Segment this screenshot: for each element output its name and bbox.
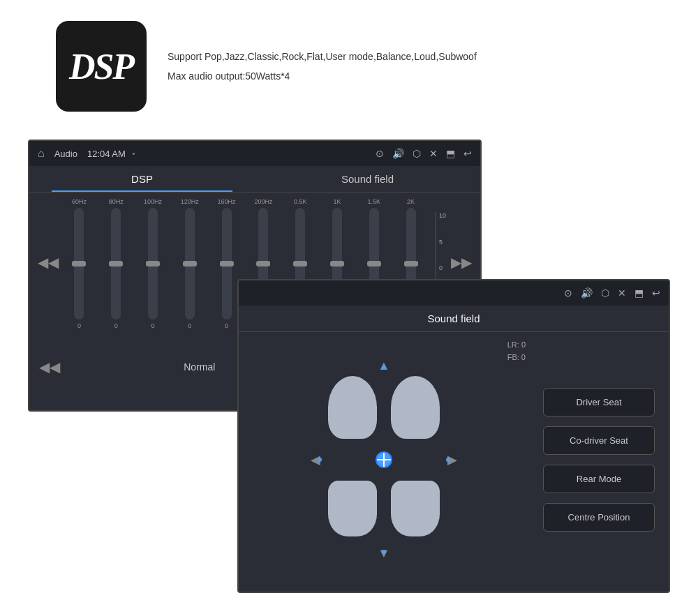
- dsp-header-section: DSP Support Pop,Jazz,Classic,Rock,Flat,U…: [56, 21, 477, 112]
- eq-slider-track-3[interactable]: [185, 208, 195, 320]
- status-bar: ⌂ Audio 12:04 AM • ⊙ 🔊 ⬡ ✕ ⬒ ↩: [29, 141, 480, 166]
- seat-rear-left: [328, 481, 377, 536]
- sf-location-icon[interactable]: ⊙: [564, 287, 572, 299]
- sf-screen-icon[interactable]: ⬒: [634, 287, 644, 299]
- dsp-desc-line1: Support Pop,Jazz,Classic,Rock,Flat,User …: [168, 47, 477, 66]
- eq-slider-thumb-3: [183, 261, 197, 266]
- eq-value-label-3: 0: [188, 322, 191, 329]
- eq-slider-thumb-5: [256, 261, 270, 266]
- eq-slider-track-0[interactable]: [74, 208, 84, 320]
- dot-bottom: [382, 550, 386, 554]
- dsp-logo-box: DSP: [56, 21, 147, 112]
- tab-sound-field[interactable]: Sound field: [255, 166, 480, 192]
- eq-slider-track-1[interactable]: [111, 208, 121, 320]
- dot-right: [446, 458, 450, 462]
- eq-slider-thumb-1: [109, 261, 123, 266]
- car-inner: ▲ ▼ ◀ ▶: [307, 355, 461, 564]
- eq-slider-thumb-7: [330, 261, 344, 266]
- seat-front-left: [328, 376, 377, 439]
- eq-slider-thumb-6: [293, 261, 307, 266]
- dsp-description: Support Pop,Jazz,Classic,Rock,Flat,User …: [168, 47, 477, 86]
- location-icon[interactable]: ⊙: [376, 148, 384, 159]
- tab-dsp[interactable]: DSP: [29, 166, 255, 192]
- dot-top: [382, 366, 386, 370]
- eq-freq-label-6: 0.5K: [294, 198, 307, 205]
- eq-freq-label-8: 1.5K: [368, 198, 381, 205]
- main-tabs: DSP Sound field: [29, 166, 480, 193]
- status-time: 12:04 AM: [87, 149, 126, 159]
- status-bar-right: ⊙ 🔊 ⬡ ✕ ⬒ ↩: [376, 148, 472, 159]
- eq-band-0: 60Hz0: [61, 198, 97, 329]
- eq-freq-label-1: 80Hz: [109, 198, 124, 205]
- eq-freq-label-5: 200Hz: [254, 198, 272, 205]
- eq-slider-thumb-9: [404, 261, 418, 266]
- driver-seat-button[interactable]: Driver Seat: [543, 388, 655, 416]
- eq-slider-thumb-8: [367, 261, 381, 266]
- eq-prev-button[interactable]: ◀◀: [39, 359, 60, 375]
- eq-freq-label-3: 120Hz: [181, 198, 199, 205]
- dsp-logo-text: DSP: [69, 46, 133, 87]
- eq-band-1: 80Hz0: [98, 198, 134, 329]
- eq-freq-label-0: 60Hz: [72, 198, 87, 205]
- close-icon[interactable]: ✕: [429, 148, 438, 159]
- rear-mode-button[interactable]: Rear Mode: [543, 465, 655, 493]
- eq-slider-track-2[interactable]: [148, 208, 158, 320]
- sound-status-bar: ⊙ 🔊 ⬡ ✕ ⬒ ↩: [239, 280, 669, 306]
- car-diagram: LR: 0 FB: 0 ▲ ▼ ◀ ▶: [239, 332, 529, 587]
- eq-right-arrow[interactable]: ▶▶: [451, 254, 472, 271]
- volume-icon[interactable]: 🔊: [392, 148, 404, 159]
- sound-content: LR: 0 FB: 0 ▲ ▼ ◀ ▶: [239, 332, 669, 587]
- scale-zero: 0: [436, 264, 448, 271]
- center-position-dot[interactable]: [376, 451, 392, 468]
- sf-close-icon[interactable]: ✕: [618, 287, 626, 299]
- co-driver-seat-button[interactable]: Co-driver Seat: [543, 426, 655, 455]
- fb-label: FB: 0: [507, 352, 526, 364]
- eq-band-3: 120Hz0: [172, 198, 207, 329]
- camera-icon[interactable]: ⬡: [413, 148, 421, 159]
- eq-freq-label-9: 2K: [407, 198, 415, 205]
- sf-volume-icon[interactable]: 🔊: [581, 287, 593, 299]
- sound-tabs: Sound field: [239, 306, 669, 332]
- eq-value-label-0: 0: [77, 322, 81, 329]
- eq-freq-label-7: 1K: [333, 198, 341, 205]
- eq-left-arrow[interactable]: ◀◀: [38, 254, 59, 271]
- eq-slider-thumb-4: [220, 261, 234, 266]
- home-icon[interactable]: ⌂: [38, 147, 45, 160]
- sound-field-buttons: Driver Seat Co-driver Seat Rear Mode Cen…: [529, 332, 669, 587]
- eq-value-label-4: 0: [225, 322, 228, 329]
- eq-freq-label-4: 160Hz: [218, 198, 236, 205]
- scale-mid-upper: 5: [436, 239, 448, 246]
- lr-label: LR: 0: [507, 339, 526, 352]
- sf-back-icon[interactable]: ↩: [652, 287, 660, 299]
- seat-front-right: [391, 376, 440, 439]
- eq-freq-label-2: 100Hz: [144, 198, 162, 205]
- dot-left: [318, 458, 322, 462]
- sound-tab-label: Sound field: [427, 313, 480, 324]
- lr-fb-labels: LR: 0 FB: 0: [507, 339, 526, 363]
- eq-slider-track-4[interactable]: [222, 208, 232, 320]
- app-name: Audio: [54, 149, 77, 159]
- sf-camera-icon[interactable]: ⬡: [601, 287, 609, 299]
- status-dot: •: [133, 150, 135, 158]
- sound-tab-active[interactable]: Sound field: [239, 306, 669, 331]
- scale-top: 10: [436, 212, 448, 219]
- seat-rear-right: [391, 481, 440, 536]
- eq-band-2: 100Hz0: [135, 198, 171, 329]
- centre-position-button[interactable]: Centre Position: [543, 503, 655, 532]
- back-icon[interactable]: ↩: [463, 148, 472, 159]
- sound-field-screen: ⊙ 🔊 ⬡ ✕ ⬒ ↩ Sound field LR: 0 FB: 0 ▲ ▼ …: [237, 279, 670, 593]
- sound-status-right: ⊙ 🔊 ⬡ ✕ ⬒ ↩: [564, 287, 660, 299]
- eq-value-label-2: 0: [151, 322, 154, 329]
- dsp-desc-line2: Max audio output:50Watts*4: [168, 66, 477, 86]
- screen-icon[interactable]: ⬒: [446, 148, 455, 159]
- eq-slider-thumb-2: [146, 261, 160, 266]
- eq-slider-thumb-0: [72, 261, 86, 266]
- eq-value-label-1: 0: [114, 322, 118, 329]
